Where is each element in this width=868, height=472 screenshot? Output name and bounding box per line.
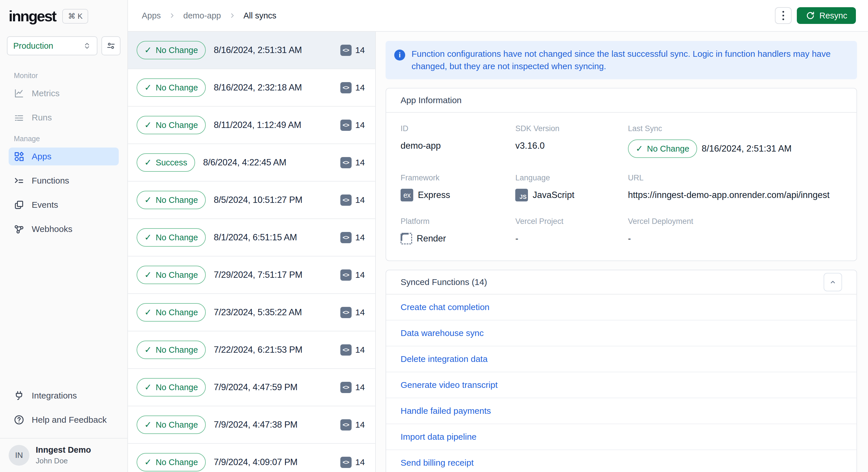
- field-platform: Platform Render: [401, 217, 515, 245]
- field-id: ID demo-app: [401, 124, 515, 158]
- count-value: 14: [355, 158, 365, 167]
- function-row[interactable]: Generate video transcript: [386, 372, 857, 398]
- synced-functions-list: Create chat completion Data warehouse sy…: [386, 294, 857, 472]
- count-value: 14: [355, 232, 365, 242]
- function-link[interactable]: Import data pipeline: [401, 432, 477, 442]
- resync-button[interactable]: Resync: [797, 7, 856, 24]
- synced-functions-card: Synced Functions (14) Create chat comple…: [385, 270, 857, 472]
- field-last-sync: Last Sync ✓ No Change 8/16/2024, 2:51:31…: [628, 124, 842, 158]
- sync-row[interactable]: ✓ No Change 8/5/2024, 10:51:27 PM <> 14: [128, 182, 375, 219]
- check-icon: ✓: [144, 271, 152, 279]
- field-label: SDK Version: [515, 124, 628, 133]
- sync-function-count: <> 14: [340, 457, 365, 468]
- count-value: 14: [355, 83, 365, 93]
- sidebar-item-apps[interactable]: Apps: [9, 148, 119, 165]
- breadcrumb-app[interactable]: demo-app: [183, 11, 221, 21]
- sidebar-item-label: Events: [32, 200, 58, 210]
- refresh-icon: [805, 11, 815, 21]
- function-link[interactable]: Create chat completion: [401, 302, 490, 312]
- sync-row[interactable]: ✓ No Change 7/29/2024, 7:51:17 PM <> 14: [128, 256, 375, 294]
- sync-function-count: <> 14: [340, 344, 365, 355]
- breadcrumb-apps[interactable]: Apps: [142, 11, 161, 21]
- functions-icon: [13, 175, 25, 186]
- function-row[interactable]: Handle failed payments: [386, 398, 857, 424]
- chevron-right-icon: [229, 12, 236, 19]
- sidebar-item-integrations[interactable]: Integrations: [9, 387, 119, 405]
- function-link[interactable]: Generate video transcript: [401, 380, 498, 390]
- sync-row[interactable]: ✓ No Change 8/16/2024, 2:32:18 AM <> 14: [128, 69, 375, 106]
- sidebar-item-events[interactable]: Events: [9, 196, 119, 214]
- function-row[interactable]: Data warehouse sync: [386, 320, 857, 346]
- sync-row[interactable]: ✓ Success 8/6/2024, 4:22:45 AM <> 14: [128, 144, 375, 182]
- code-icon: <>: [340, 120, 351, 131]
- function-link[interactable]: Send billing receipt: [401, 458, 474, 468]
- function-row[interactable]: Send billing receipt: [386, 450, 857, 472]
- sidebar-item-functions[interactable]: Functions: [9, 172, 119, 190]
- webhooks-icon: [13, 223, 25, 235]
- sync-row[interactable]: ✓ No Change 7/9/2024, 4:09:07 PM <> 14: [128, 444, 375, 472]
- check-icon: ✓: [144, 121, 152, 129]
- code-icon: <>: [340, 45, 351, 56]
- sync-status-label: No Change: [156, 83, 198, 93]
- command-k-shortcut[interactable]: ⌘ K: [62, 9, 89, 24]
- sync-function-count: <> 14: [340, 419, 365, 431]
- function-link[interactable]: Data warehouse sync: [401, 328, 484, 338]
- sync-row[interactable]: ✓ No Change 7/23/2024, 5:35:22 AM <> 14: [128, 294, 375, 332]
- collapse-button[interactable]: [824, 273, 842, 291]
- sync-row[interactable]: ✓ No Change 7/9/2024, 4:47:38 PM <> 14: [128, 406, 375, 444]
- sync-status-badge: ✓ No Change: [136, 116, 206, 134]
- sync-status-label: No Change: [156, 121, 198, 130]
- info-banner-text: Function configurations have not changed…: [411, 48, 844, 72]
- sync-row[interactable]: ✓ No Change 8/1/2024, 6:51:15 AM <> 14: [128, 219, 375, 256]
- render-icon: [401, 233, 412, 244]
- sync-timestamp: 8/6/2024, 4:22:45 AM: [203, 157, 286, 168]
- user-menu[interactable]: IN Inngest Demo John Doe: [0, 439, 127, 472]
- code-icon: <>: [340, 82, 351, 93]
- sync-row[interactable]: ✓ No Change 7/22/2024, 6:21:53 PM <> 14: [128, 332, 375, 369]
- check-icon: ✓: [144, 233, 152, 242]
- environment-value: Production: [13, 41, 53, 51]
- kebab-icon: [782, 11, 784, 13]
- sync-status-label: No Change: [156, 383, 198, 392]
- count-value: 14: [355, 420, 365, 430]
- sidebar-item-webhooks[interactable]: Webhooks: [9, 220, 119, 238]
- environment-settings-button[interactable]: [101, 36, 120, 55]
- sync-function-count: <> 14: [340, 232, 365, 243]
- function-row[interactable]: Create chat completion: [386, 294, 857, 320]
- command-k-label: ⌘ K: [68, 12, 83, 21]
- code-icon: <>: [340, 457, 351, 468]
- function-link[interactable]: Delete integration data: [401, 354, 488, 364]
- sync-status-badge: ✓ No Change: [136, 341, 206, 359]
- sync-detail-panel: i Function configurations have not chang…: [376, 32, 868, 472]
- breadcrumb: Apps demo-app All syncs: [142, 11, 276, 21]
- more-options-button[interactable]: [775, 7, 792, 24]
- sync-status-badge: ✓ Success: [136, 153, 195, 172]
- sidebar-item-metrics[interactable]: Metrics: [9, 85, 119, 102]
- sync-timestamp: 7/22/2024, 6:21:53 PM: [214, 345, 302, 355]
- count-value: 14: [355, 345, 365, 355]
- field-sdk-version: SDK Version v3.16.0: [515, 124, 628, 158]
- page-header: Apps demo-app All syncs Resync: [128, 0, 868, 32]
- avatar: IN: [9, 445, 29, 466]
- field-value: v3.16.0: [515, 139, 628, 152]
- sync-row[interactable]: ✓ No Change 7/9/2024, 4:47:59 PM <> 14: [128, 369, 375, 406]
- sync-function-count: <> 14: [340, 194, 365, 206]
- function-row[interactable]: Import data pipeline: [386, 424, 857, 450]
- field-value: https://inngest-demo-app.onrender.com/ap…: [628, 189, 842, 201]
- inngest-logo[interactable]: inngest: [9, 7, 56, 25]
- synced-functions-title: Synced Functions (14): [401, 277, 487, 287]
- code-icon: <>: [340, 344, 351, 355]
- metrics-icon: [13, 88, 25, 99]
- function-row[interactable]: Delete integration data: [386, 346, 857, 372]
- sidebar-item-runs[interactable]: Runs: [9, 108, 119, 126]
- sidebar-item-help[interactable]: Help and Feedback: [9, 411, 119, 429]
- sidebar: inngest ⌘ K Production Monitor: [0, 0, 128, 472]
- sync-row[interactable]: ✓ No Change 8/11/2024, 1:12:49 AM <> 14: [128, 106, 375, 144]
- sync-timestamp: 8/16/2024, 2:32:18 AM: [214, 83, 302, 93]
- sync-row[interactable]: ✓ No Change 8/16/2024, 2:51:31 AM <> 14: [128, 32, 375, 69]
- logo-row: inngest ⌘ K: [0, 0, 127, 25]
- function-link[interactable]: Handle failed payments: [401, 406, 491, 416]
- environment-select[interactable]: Production: [7, 36, 97, 55]
- sync-list: ✓ No Change 8/16/2024, 2:51:31 AM <> 14 …: [128, 32, 376, 472]
- field-framework: Framework ex Express: [401, 174, 515, 201]
